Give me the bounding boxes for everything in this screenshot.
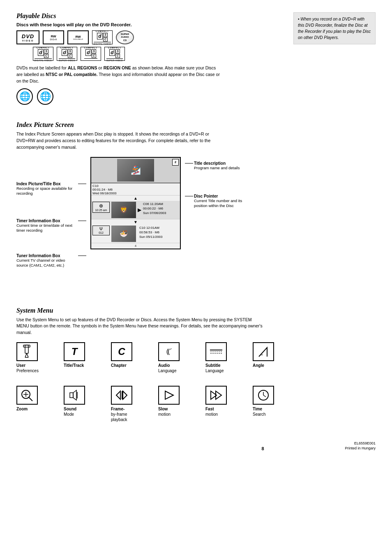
index-full-layout: Index Picture/Title Box Recording or spa… — [16, 157, 376, 295]
chapter-sym: C — [118, 346, 125, 357]
cdv-letters: d S C — [38, 49, 48, 58]
svg-marker-11 — [73, 390, 76, 400]
csv-d: d — [62, 49, 67, 56]
region-one-globe: 🌐 — [37, 88, 53, 105]
s-letter: S — [103, 33, 108, 37]
row1-date: Wed 06/18/2003 — [92, 191, 179, 195]
c-letter: C — [103, 37, 108, 41]
time-search-sublabel: Search — [253, 412, 266, 417]
sound-mode-icon — [64, 386, 85, 405]
system-menu-title: System Menu — [16, 307, 376, 314]
right-label-col: Title description Program name and detai… — [185, 157, 255, 227]
label-title-desc-text: Title description Program name and detai… — [194, 161, 240, 171]
cp-bottom — [84, 58, 97, 62]
compact-top: COMPACT — [96, 30, 109, 32]
d-letter: d — [97, 33, 103, 39]
time-search-icon — [253, 386, 274, 405]
bottom-row-info: C10 12:01AM 00:58:53 · M6 Sun 05/11/2003 — [139, 226, 163, 242]
csv2-s: S — [115, 49, 120, 53]
left-side-boxes: ⊕ 10:25 am — [92, 202, 110, 218]
rw-sub: DVD+R — [50, 38, 57, 41]
preferences-svg — [19, 344, 35, 359]
cdv-sc: S C — [44, 49, 48, 58]
label-tuner-row: Tuner Information Box Current TV channel… — [16, 253, 86, 269]
csv-top: COMPACT — [60, 46, 74, 49]
title-desc-desc: Program name and details — [194, 166, 240, 171]
label-index-row: Index Picture/Title Box Recording or spa… — [16, 182, 86, 197]
title-track-item: T Title/Track — [64, 342, 109, 373]
page-footer: 8 EL6559E001 Printed in Hungary — [16, 441, 376, 451]
svg-line-2 — [25, 353, 27, 357]
compact-digital-audio-logo: COMPACT d S C DIGITAL AUDIO — [92, 30, 113, 44]
svg-rect-1 — [23, 345, 30, 347]
index-picture-title: Index Picture Screen — [16, 121, 376, 129]
bottom-image-icon: 🍜 — [120, 230, 128, 237]
angle-svg: ∞ — [256, 344, 271, 359]
middle-image-icon: 🦁 — [120, 206, 128, 214]
sub-line3 — [210, 353, 222, 354]
zoom-icon — [16, 386, 38, 405]
audio-sublabel: Language — [158, 368, 177, 373]
csv-inner: COMPACT d S C SUPER VIDEO — [59, 46, 75, 62]
csv-bottom: SUPER VIDEO — [59, 58, 75, 62]
discs-intro: Discs with these logos will play on the … — [16, 22, 285, 27]
compact-super-video-logo: COMPACT d S C SUPER VIDEO — [57, 47, 77, 61]
cda-inner: COMPACT d S C DIGITAL AUDIO — [94, 30, 111, 45]
svg-line-7 — [29, 397, 32, 401]
nav-arrow-up[interactable]: ▲ — [91, 196, 180, 201]
label-line-1 — [78, 184, 86, 184]
disc-ptr-desc: Current Title number and its position wi… — [194, 198, 255, 209]
bottom-label: DIGITAL AUDIO — [94, 42, 111, 45]
index-intro: The Index Picture Screen appears when Di… — [16, 131, 222, 150]
tuner-icon-sym: Ψ — [99, 227, 103, 231]
system-menu-section: System Menu Use the System Menu to set u… — [16, 307, 376, 428]
system-intro: Use the System Menu to set up features o… — [16, 317, 263, 336]
sacd-logo: SUPERAUDIOCD — [116, 30, 134, 44]
frame-by-frame-item: Frame- by-frame playback — [111, 386, 156, 422]
user-preferences-icon — [16, 342, 38, 361]
top-info: C10 00:01:24 · M6 Wed 06/18/2003 — [91, 183, 180, 196]
label-title-desc-row: Title description Program name and detai… — [185, 161, 255, 171]
subtitle-label: Subtitle — [205, 363, 221, 368]
slow-motion-item: Slow motion — [158, 386, 203, 422]
disc-logos-row1: DVD VIDEO RW DVD+R RW DVD+RW/+R — [16, 30, 285, 44]
sound-svg — [67, 388, 82, 403]
footer-code: EL6559E001 Printed in Hungary — [345, 441, 376, 451]
tuner-box-label: Tuner Information Box — [16, 253, 77, 258]
cp-c: C — [92, 54, 96, 58]
sound-mode-label: Sound — [64, 406, 76, 412]
tuner-box-col: Ψ 012 — [92, 226, 110, 242]
playable-discs-title: Playable Discs — [16, 12, 285, 20]
cdv-c: C — [44, 54, 48, 58]
row2-date: Sun 07/06/2003 — [143, 211, 166, 215]
csv2-sc: S C — [115, 49, 120, 58]
label-timer: Timer Information Box Current time or ti… — [16, 219, 86, 253]
nav-arrow-down[interactable]: ▼ — [91, 219, 180, 225]
tuner-channel-val: 012 — [99, 231, 104, 234]
time-svg — [256, 388, 271, 403]
svg-rect-10 — [70, 393, 73, 398]
csv-s: S — [68, 49, 72, 53]
user-preferences-item: User Preferences — [16, 342, 62, 373]
csv-c: C — [68, 54, 72, 58]
svg-rect-0 — [25, 345, 28, 353]
slow-motion-sublabel: motion — [158, 412, 171, 417]
screen-top-bar: 🏂 2 — [91, 158, 180, 183]
cp-s: S — [92, 49, 96, 53]
timer-time-val: 10:25 am — [95, 209, 107, 212]
index-picture-section: Index Picture Screen The Index Picture S… — [16, 121, 376, 294]
top-image-icon: 🏂 — [131, 165, 141, 175]
subtitle-sublabel: Language — [205, 368, 224, 373]
label-timer-row: Timer Information Box Current time or ti… — [16, 219, 86, 234]
disc-logos-row2: COMPACT d S C DIGITAL VIDEO — [16, 47, 285, 61]
fast-motion-label: Fast — [205, 406, 214, 412]
all-regions-globe: 🌐 — [16, 88, 33, 105]
title-track-label: Title/Track — [64, 363, 84, 368]
row2-duration: 00:00:22 · M6 — [143, 206, 166, 211]
row3-duration: 00:58:53 · M6 — [139, 230, 163, 235]
note-text: When you record on a DVD+R with this DVD… — [298, 16, 371, 41]
timer-icon-sym: ⊕ — [99, 203, 103, 209]
label-disc-pointer: Disc Pointer Current Title number and it… — [185, 194, 255, 227]
compact-digital-video-logo: COMPACT d S C DIGITAL VIDEO — [33, 47, 53, 61]
video-text: VIDEO — [22, 39, 34, 42]
